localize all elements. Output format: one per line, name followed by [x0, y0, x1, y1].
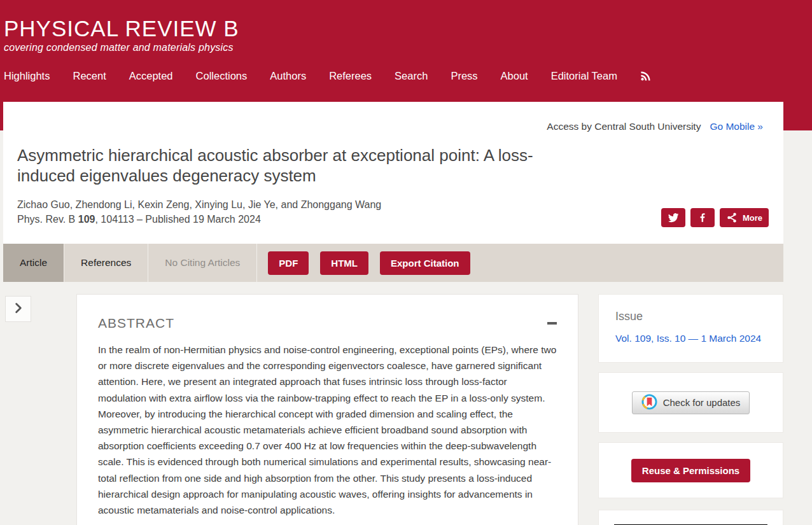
sidebar-expand-button[interactable]	[5, 296, 31, 322]
facebook-icon	[697, 212, 708, 223]
journal-logo[interactable]: PHYSICAL REVIEW B	[4, 17, 783, 41]
article-title: Asymmetric hierarchical acoustic absorbe…	[17, 145, 590, 186]
check-for-updates-button[interactable]: Check for updates	[632, 391, 750, 414]
main-nav: HighlightsRecentAcceptedCollectionsAutho…	[4, 70, 783, 82]
nav-item-editorial-team[interactable]: Editorial Team	[551, 70, 617, 82]
twitter-icon	[668, 212, 679, 223]
citation-volume: 109	[78, 214, 95, 225]
issue-heading: Issue	[615, 310, 783, 323]
nav-item-authors[interactable]: Authors	[270, 70, 306, 82]
share-facebook-button[interactable]	[690, 208, 715, 227]
content-area: ABSTRACT In the realm of non-Hermitian p…	[3, 282, 783, 525]
journal-tagline: covering condensed matter and materials …	[4, 42, 783, 53]
go-mobile-link[interactable]: Go Mobile »	[710, 121, 763, 132]
issue-card: Issue Vol. 109, Iss. 10 — 1 March 2024	[598, 294, 783, 363]
reuse-permissions-button[interactable]: Reuse & Permissions	[631, 459, 750, 482]
abstract-text: In the realm of non-Hermitian physics an…	[98, 342, 557, 518]
reuse-permissions-card: Reuse & Permissions	[598, 442, 783, 498]
pdf-button[interactable]: PDF	[268, 251, 309, 275]
rss-feed-icon[interactable]	[640, 71, 651, 81]
article-action-buttons: PDFHTMLExport Citation	[268, 244, 470, 282]
nav-item-referees[interactable]: Referees	[329, 70, 372, 82]
export-citation-button[interactable]: Export Citation	[380, 251, 470, 275]
access-bar: Access by Central South University Go Mo…	[3, 102, 783, 139]
share-icon	[726, 212, 738, 223]
abstract-section: ABSTRACT In the realm of non-Hermitian p…	[76, 294, 578, 525]
nav-item-search[interactable]: Search	[395, 70, 428, 82]
institution-access-text: Access by Central South University	[547, 121, 701, 132]
nav-item-press[interactable]: Press	[451, 70, 477, 82]
check-for-updates-label: Check for updates	[663, 397, 741, 408]
nav-item-collections[interactable]: Collections	[196, 70, 248, 82]
nav-item-about[interactable]: About	[501, 70, 528, 82]
advertisement-card	[598, 510, 783, 525]
nav-item-accepted[interactable]: Accepted	[129, 70, 173, 82]
page-sheet: Access by Central South University Go Mo…	[3, 102, 783, 525]
share-buttons: More	[661, 208, 769, 227]
check-updates-card: Check for updates	[598, 372, 783, 433]
tab-no-citing-articles: No Citing Articles	[148, 244, 257, 282]
right-sidebar: Issue Vol. 109, Iss. 10 — 1 March 2024 C…	[598, 294, 783, 525]
share-twitter-button[interactable]	[661, 208, 685, 227]
article-tab-bar: ArticleReferencesNo Citing ArticlesPDFHT…	[3, 244, 783, 282]
tab-article[interactable]: Article	[3, 244, 64, 282]
nav-item-recent[interactable]: Recent	[73, 70, 106, 82]
collapse-section-icon[interactable]	[547, 322, 557, 325]
crossmark-icon	[641, 394, 657, 412]
share-more-button[interactable]: More	[720, 208, 769, 227]
abstract-heading: ABSTRACT	[98, 316, 174, 331]
site-header: PHYSICAL REVIEW B covering condensed mat…	[4, 0, 783, 102]
html-button[interactable]: HTML	[320, 251, 368, 275]
share-more-label: More	[743, 213, 762, 223]
nav-item-highlights[interactable]: Highlights	[4, 70, 50, 82]
chevron-right-icon	[11, 301, 25, 318]
issue-link[interactable]: Vol. 109, Iss. 10 — 1 March 2024	[615, 333, 761, 344]
tab-references[interactable]: References	[64, 244, 148, 282]
article-header: Asymmetric hierarchical acoustic absorbe…	[3, 139, 783, 244]
